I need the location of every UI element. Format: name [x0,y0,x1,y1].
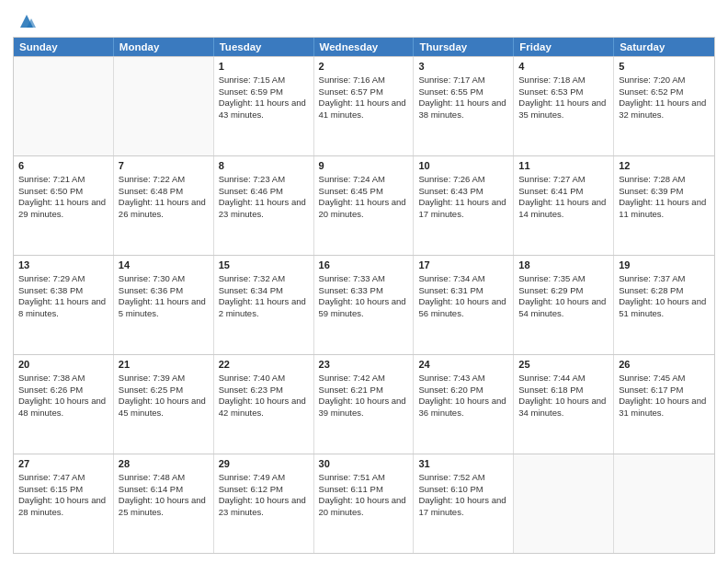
cal-cell: 15Sunrise: 7:32 AMSunset: 6:34 PMDayligh… [214,256,314,354]
header-cell-sunday: Sunday [14,38,114,56]
sunrise-text: Sunrise: 7:39 AM [119,373,185,383]
sunrise-text: Sunrise: 7:17 AM [418,75,484,85]
sunrise-text: Sunrise: 7:27 AM [518,174,585,184]
cal-cell: 12Sunrise: 7:28 AMSunset: 6:39 PMDayligh… [614,156,714,255]
sunset-text: Sunset: 6:15 PM [18,484,83,494]
day-number: 5 [619,60,710,74]
sunrise-text: Sunrise: 7:40 AM [219,373,285,383]
daylight-text: Daylight: 10 hours and 45 minutes. [119,396,206,418]
day-number: 22 [219,358,309,372]
daylight-text: Daylight: 10 hours and 48 minutes. [18,396,106,418]
daylight-text: Daylight: 11 hours and 17 minutes. [418,197,506,219]
sunset-text: Sunset: 6:28 PM [619,285,683,295]
cal-cell [114,57,214,155]
sunset-text: Sunset: 6:23 PM [219,385,283,395]
day-number: 29 [219,457,309,471]
sunrise-text: Sunrise: 7:16 AM [319,75,385,85]
day-number: 13 [18,259,108,272]
sunrise-text: Sunrise: 7:24 AM [319,174,385,184]
sunset-text: Sunset: 6:38 PM [18,285,83,295]
week-row-3: 13Sunrise: 7:29 AMSunset: 6:38 PMDayligh… [14,255,714,354]
daylight-text: Daylight: 10 hours and 54 minutes. [518,296,606,318]
day-number: 2 [319,60,409,74]
sunrise-text: Sunrise: 7:44 AM [518,373,585,383]
header-cell-saturday: Saturday [614,38,714,56]
daylight-text: Daylight: 11 hours and 38 minutes. [418,98,506,120]
sunset-text: Sunset: 6:26 PM [18,385,83,395]
daylight-text: Daylight: 10 hours and 31 minutes. [619,396,706,418]
daylight-text: Daylight: 11 hours and 14 minutes. [518,197,606,219]
sunrise-text: Sunrise: 7:38 AM [18,373,85,383]
header-cell-thursday: Thursday [414,38,514,56]
day-number: 30 [319,457,409,471]
sunset-text: Sunset: 6:29 PM [518,285,583,295]
day-number: 3 [418,60,508,74]
sunset-text: Sunset: 6:14 PM [119,484,183,494]
cal-cell [514,454,614,553]
sunrise-text: Sunrise: 7:49 AM [219,472,285,482]
daylight-text: Daylight: 10 hours and 59 minutes. [319,296,406,318]
daylight-text: Daylight: 11 hours and 35 minutes. [518,98,606,120]
week-row-5: 27Sunrise: 7:47 AMSunset: 6:15 PMDayligh… [14,454,714,553]
daylight-text: Daylight: 11 hours and 26 minutes. [119,197,206,219]
cal-cell: 28Sunrise: 7:48 AMSunset: 6:14 PMDayligh… [114,454,214,553]
sunset-text: Sunset: 6:21 PM [319,385,383,395]
daylight-text: Daylight: 11 hours and 5 minutes. [119,296,206,318]
day-number: 15 [219,259,309,272]
sunrise-text: Sunrise: 7:28 AM [619,174,685,184]
header-cell-wednesday: Wednesday [314,38,415,56]
sunrise-text: Sunrise: 7:21 AM [18,174,85,184]
daylight-text: Daylight: 11 hours and 2 minutes. [219,296,306,318]
sunrise-text: Sunrise: 7:22 AM [119,174,185,184]
cal-cell: 19Sunrise: 7:37 AMSunset: 6:28 PMDayligh… [614,256,714,354]
cal-cell: 18Sunrise: 7:35 AMSunset: 6:29 PMDayligh… [514,256,614,354]
sunset-text: Sunset: 6:45 PM [319,186,383,196]
day-number: 4 [518,60,609,74]
logo [13,11,37,31]
cal-cell: 4Sunrise: 7:18 AMSunset: 6:53 PMDaylight… [514,57,614,155]
sunrise-text: Sunrise: 7:26 AM [418,174,484,184]
daylight-text: Daylight: 11 hours and 11 minutes. [619,197,706,219]
sunset-text: Sunset: 6:55 PM [418,86,483,97]
daylight-text: Daylight: 11 hours and 32 minutes. [619,98,706,120]
day-number: 6 [18,159,108,173]
header-cell-tuesday: Tuesday [214,38,314,56]
day-number: 7 [119,159,209,173]
page: SundayMondayTuesdayWednesdayThursdayFrid… [0,0,728,563]
sunset-text: Sunset: 6:46 PM [219,186,283,196]
day-number: 14 [119,259,209,272]
sunset-text: Sunset: 6:10 PM [418,484,483,494]
sunset-text: Sunset: 6:18 PM [518,385,583,395]
sunset-text: Sunset: 6:53 PM [518,86,583,97]
cal-cell: 7Sunrise: 7:22 AMSunset: 6:48 PMDaylight… [114,156,214,255]
cal-cell: 25Sunrise: 7:44 AMSunset: 6:18 PMDayligh… [514,355,614,454]
cal-cell: 5Sunrise: 7:20 AMSunset: 6:52 PMDaylight… [614,57,714,155]
cal-cell: 2Sunrise: 7:16 AMSunset: 6:57 PMDaylight… [314,57,415,155]
sunset-text: Sunset: 6:33 PM [319,285,383,295]
sunset-text: Sunset: 6:20 PM [418,385,483,395]
daylight-text: Daylight: 11 hours and 43 minutes. [219,98,306,120]
day-number: 26 [619,358,710,372]
sunrise-text: Sunrise: 7:35 AM [518,273,585,283]
sunset-text: Sunset: 6:43 PM [418,186,483,196]
daylight-text: Daylight: 10 hours and 20 minutes. [319,495,406,517]
cal-cell: 8Sunrise: 7:23 AMSunset: 6:46 PMDaylight… [214,156,314,255]
cal-cell: 10Sunrise: 7:26 AMSunset: 6:43 PMDayligh… [414,156,514,255]
sunset-text: Sunset: 6:36 PM [119,285,183,295]
cal-cell: 1Sunrise: 7:15 AMSunset: 6:59 PMDaylight… [214,57,314,155]
cal-cell: 21Sunrise: 7:39 AMSunset: 6:25 PMDayligh… [114,355,214,454]
sunrise-text: Sunrise: 7:37 AM [619,273,685,283]
sunrise-text: Sunrise: 7:23 AM [219,174,285,184]
calendar-header: SundayMondayTuesdayWednesdayThursdayFrid… [14,38,714,56]
day-number: 11 [518,159,609,173]
daylight-text: Daylight: 10 hours and 51 minutes. [619,296,706,318]
day-number: 27 [18,457,108,471]
day-number: 18 [518,259,609,272]
daylight-text: Daylight: 10 hours and 28 minutes. [18,495,106,517]
day-number: 19 [619,259,710,272]
day-number: 8 [219,159,309,173]
daylight-text: Daylight: 11 hours and 41 minutes. [319,98,406,120]
day-number: 23 [319,358,409,372]
logo-icon [17,11,37,31]
calendar-body: 1Sunrise: 7:15 AMSunset: 6:59 PMDaylight… [14,56,714,553]
